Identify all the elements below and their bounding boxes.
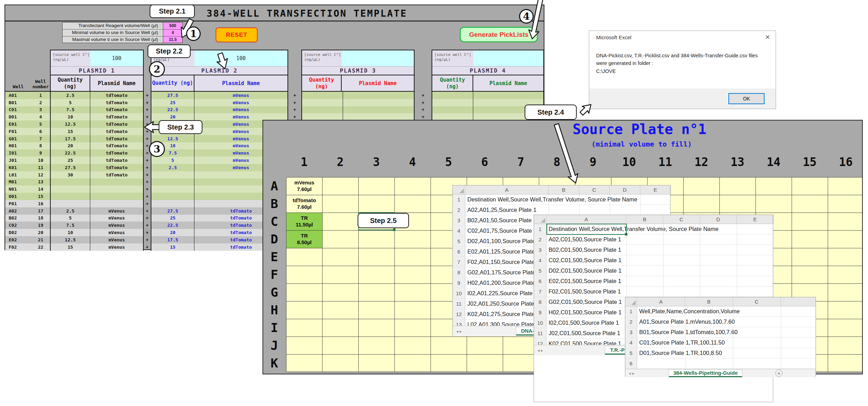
p1-quantity-cell[interactable]: 7.5 <box>50 222 90 229</box>
well-number-cell[interactable]: 11 <box>31 164 50 171</box>
sheet-nav-arrows[interactable]: ◂▸ <box>629 371 636 376</box>
p2-quantity-cell[interactable]: 27.5 <box>151 92 194 99</box>
column-header[interactable]: B <box>626 215 663 224</box>
p2-quantity-cell[interactable]: 22.5 <box>151 106 194 114</box>
plus-icon[interactable]: + <box>144 179 151 186</box>
well-number-cell[interactable]: 5 <box>31 121 50 128</box>
p2-quantity-cell[interactable]: 2.5 <box>151 164 194 171</box>
p1-quantity-cell[interactable]: 30 <box>50 171 90 179</box>
p1-name-cell[interactable]: tdTomato <box>90 171 144 179</box>
plus-icon[interactable]: + <box>288 92 301 99</box>
p1-quantity-cell[interactable] <box>50 179 90 186</box>
sheet-nav-arrows[interactable]: ◂▸ <box>456 329 463 334</box>
well-number-cell[interactable]: 22 <box>31 243 50 251</box>
setting-value-cell[interactable]: 4 <box>163 30 182 36</box>
row-number[interactable]: 4 <box>453 226 465 236</box>
well-id-cell[interactable]: B01 <box>5 99 31 106</box>
p2-quantity-cell[interactable]: 17.5 <box>151 236 194 243</box>
well-id-cell[interactable]: P01 <box>5 200 31 207</box>
p2-quantity-cell[interactable]: 27.5 <box>151 207 194 215</box>
row-number[interactable]: 1 <box>534 224 546 234</box>
p1-quantity-cell[interactable]: 20 <box>50 142 90 150</box>
row-number[interactable]: 5 <box>453 236 465 246</box>
row-number[interactable]: 2 <box>534 234 546 245</box>
well-number-cell[interactable]: 19 <box>31 222 50 229</box>
row-number[interactable]: 3 <box>534 245 546 255</box>
plus-icon[interactable]: + <box>288 106 301 114</box>
p1-name-cell[interactable]: mVenus <box>90 222 144 229</box>
p4-quantity-cell[interactable] <box>432 99 473 106</box>
well-id-cell[interactable]: O01 <box>5 193 31 200</box>
p1-name-cell[interactable]: tdTomato <box>90 157 144 164</box>
p2-quantity-cell[interactable]: 15 <box>151 243 194 251</box>
row-number[interactable]: 9 <box>453 278 465 288</box>
plasmid1-conc-cell[interactable]: 100 <box>90 50 143 66</box>
column-header[interactable]: C <box>663 215 700 224</box>
p1-quantity-cell[interactable] <box>50 200 90 207</box>
p3-quantity-cell[interactable] <box>301 99 343 106</box>
plus-icon[interactable]: + <box>144 215 151 222</box>
row-number[interactable]: 9 <box>534 307 546 317</box>
plus-icon[interactable]: + <box>144 135 151 142</box>
p1-name-cell[interactable]: tdTomato <box>90 128 144 135</box>
sheet-row[interactable]: 2 A02,A01,25,Source Plate 1 <box>453 205 670 215</box>
select-all-corner[interactable] <box>625 297 637 306</box>
well-id-cell[interactable]: G01 <box>5 135 31 142</box>
row-number[interactable]: 5 <box>534 266 546 276</box>
plus-icon[interactable]: + <box>144 113 151 121</box>
row-number[interactable]: 13 <box>453 320 465 326</box>
plus-icon[interactable]: + <box>144 193 151 200</box>
row-number[interactable]: 11 <box>453 299 465 309</box>
plus-icon[interactable]: + <box>144 99 151 106</box>
plasmid2-conc-cell[interactable]: 100 <box>194 50 287 66</box>
row-number[interactable]: 4 <box>534 255 546 265</box>
row-number[interactable]: 10 <box>534 318 546 328</box>
row-number[interactable]: 12 <box>534 339 546 345</box>
p1-name-cell[interactable] <box>90 200 144 207</box>
well-id-cell[interactable]: A02 <box>5 207 31 215</box>
well-number-cell[interactable]: 1 <box>31 92 50 99</box>
plus-icon[interactable]: + <box>415 92 432 99</box>
reset-button[interactable]: RESET <box>216 27 258 42</box>
column-header[interactable]: B <box>549 185 579 194</box>
p1-name-cell[interactable]: tdTomato <box>90 99 144 106</box>
well-id-cell[interactable]: H01 <box>5 142 31 150</box>
column-header[interactable]: E <box>640 185 671 194</box>
sheet-nav-arrows[interactable]: ◂▸ <box>537 348 544 353</box>
p3-name-cell[interactable] <box>343 92 415 99</box>
p1-quantity-cell[interactable]: 15 <box>50 243 90 251</box>
p1-name-cell[interactable]: mVenus <box>90 243 144 251</box>
row-number[interactable]: 11 <box>534 328 546 338</box>
p1-quantity-cell[interactable]: 17.5 <box>50 135 90 142</box>
sheet-row[interactable]: 2 A01,Source Plate 1,mVenus,100,7.60 <box>625 317 816 327</box>
row-number[interactable]: 12 <box>453 309 465 319</box>
row-number[interactable]: 2 <box>453 205 465 215</box>
row-number[interactable]: 6 <box>534 276 546 286</box>
sheet-row[interactable]: 1 Well,Plate,Name,Concentration,Volume <box>625 306 816 317</box>
plasmid3-conc-cell[interactable] <box>342 50 414 66</box>
well-number-cell[interactable]: 10 <box>31 157 50 164</box>
plus-icon[interactable]: + <box>144 121 151 128</box>
plus-icon[interactable]: + <box>144 229 151 236</box>
well-number-cell[interactable]: 20 <box>31 229 50 236</box>
p3-quantity-cell[interactable] <box>301 106 343 114</box>
plasmid4-conc-cell[interactable] <box>473 50 543 66</box>
p2-name-cell[interactable]: mVenus <box>194 99 288 106</box>
row-number[interactable]: 8 <box>534 297 546 307</box>
well-id-cell[interactable]: J01 <box>5 157 31 164</box>
p1-name-cell[interactable]: tdTomato <box>90 106 144 114</box>
p1-quantity-cell[interactable]: 15 <box>50 128 90 135</box>
p1-name-cell[interactable]: tdTomato <box>90 149 144 157</box>
p1-quantity-cell[interactable]: 12.5 <box>50 236 90 243</box>
well-C1-cell[interactable]: TR 11.50µl <box>286 213 322 230</box>
column-header[interactable]: D <box>700 215 737 224</box>
row-number[interactable]: 7 <box>534 287 546 297</box>
well-number-cell[interactable]: 2 <box>31 99 50 106</box>
well-id-cell[interactable]: L01 <box>5 171 31 179</box>
well-id-cell[interactable]: D02 <box>5 229 31 236</box>
sheet-row[interactable]: 6 <box>625 358 816 369</box>
well-number-cell[interactable]: 12 <box>31 171 50 179</box>
p1-name-cell[interactable]: tdTomato <box>90 121 144 128</box>
p4-name-cell[interactable] <box>473 92 544 99</box>
p1-quantity-cell[interactable]: 5 <box>50 99 90 106</box>
